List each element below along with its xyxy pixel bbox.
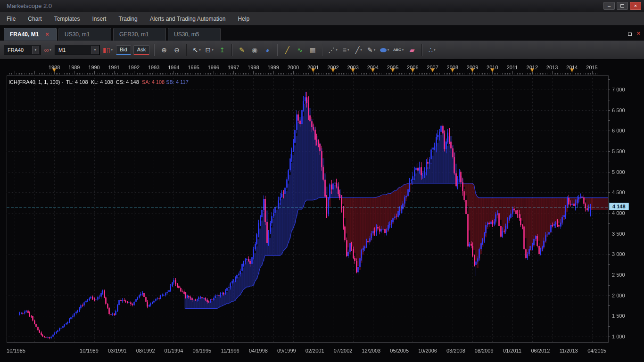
top-axis-year-label: 1998 [245,65,261,70]
link-charts-tool[interactable]: ∴▾ [426,44,438,56]
ruler-tool[interactable]: ╱ [281,44,293,56]
top-axis-year-label: 2005 [385,65,401,70]
bottom-axis-date-label: 09/1999 [272,348,302,354]
tab-close-icon[interactable]: × [45,32,49,37]
bottom-axis-date-label: 03/2008 [441,348,471,354]
chevron-down-icon: ▾ [434,48,436,52]
menu-help[interactable]: Help [238,16,249,22]
draw-tool[interactable]: ✎▾ [366,44,377,56]
bottom-axis-date-label: 03/1991 [102,348,132,354]
bottom-axis-date-label: 02/2001 [300,348,330,354]
chevron-down-icon[interactable]: ▼ [91,46,99,54]
eraser-tool-icon: ▰ [410,47,415,53]
menu-file[interactable]: File [7,16,16,22]
chart-type-tool[interactable]: ▮▯▾ [101,44,114,56]
symbol-select[interactable]: FRA40▼ [4,45,41,55]
tab-us30-m5[interactable]: US30, m5 [168,28,221,41]
link-symbol-tool[interactable]: ∞▾ [42,44,53,56]
bottom-axis-date-label: 08/1992 [131,348,161,354]
pointer-tool[interactable]: ↖▾ [191,44,202,56]
top-axis-year-label: 1988 [46,65,62,70]
top-axis-year-label: 1996 [206,65,222,70]
tab-us30-m1[interactable]: US30, m1 [58,28,111,41]
text-tool[interactable]: ABC▾ [392,44,405,56]
bottom-axis-date-label: 01/1994 [158,348,189,354]
top-axis-year-label: 2006 [405,65,421,70]
price-axis-label: 7 000 [612,87,625,92]
eraser-tool[interactable]: ▰ [406,44,418,56]
tab-ger30-m1[interactable]: GER30, m1 [113,28,166,41]
timeframe-select[interactable]: M1▼ [55,45,100,55]
chevron-down-icon: ▾ [374,48,376,52]
bottom-axis-date-label: 10/2006 [413,348,443,354]
menu-bar: File Chart Templates Insert Trading Aler… [0,12,644,25]
hide-drawings-tool[interactable]: ◉ [249,44,260,56]
tab-label: US30, m5 [174,31,199,38]
bid-button[interactable]: Bid [116,45,131,55]
zoom-out-tool-icon: ⊖ [174,47,180,53]
top-axis-year-label: 1992 [126,65,142,70]
price-axis-label: 6 500 [612,107,625,113]
angle-lines-tool[interactable]: ⋰▾ [327,44,339,56]
bottom-axis-date-label: 08/2009 [469,348,499,354]
world-clock-tool[interactable]: ◕ [262,44,273,56]
shapes-tool-icon [380,48,387,52]
top-axis-year-label: 2001 [305,65,321,70]
tab-fra40-m1[interactable]: FRA40, M1 × [4,28,57,41]
zoom-in-tool[interactable]: ⊕ [158,44,170,56]
top-axis-year-label: 2008 [445,65,461,70]
link-charts-tool-icon: ∴ [429,47,433,53]
ask-button[interactable]: Ask [133,45,149,55]
chevron-down-icon: ▾ [199,48,201,52]
chevron-down-icon: ▾ [111,48,113,52]
add-indicator-tool-icon: ∿ [297,47,303,53]
current-price-tag: 4 148 [609,203,629,210]
chart-type-tool-icon: ▮▯ [103,47,110,53]
chevron-down-icon[interactable]: ▼ [32,46,39,54]
add-indicator-tool[interactable]: ∿ [294,44,305,56]
menu-alerts-automation[interactable]: Alerts and Trading Automation [150,16,226,22]
restore-button[interactable] [617,2,628,10]
auto-shift-tool[interactable]: ↥ [216,44,228,56]
ichimoku-senkou-a-value: SA: 4 108 [142,79,165,85]
menu-chart[interactable]: Chart [28,16,41,22]
close-button[interactable]: × [630,2,641,10]
top-axis-year-label: 2015 [584,65,600,70]
top-axis-year-label: 2012 [524,65,540,70]
shapes-tool[interactable]: ▾ [379,44,391,56]
price-axis-label: 5 000 [612,169,625,175]
menu-insert[interactable]: Insert [92,16,106,22]
restore-pane-icon[interactable] [628,33,632,36]
note-tool[interactable]: ✎ [236,44,248,56]
trend-line-tool[interactable]: ╱▾ [353,44,364,56]
price-axis-label: 2 500 [612,272,625,278]
world-clock-tool-icon: ◕ [265,47,269,53]
price-axis-label: 5 500 [612,148,625,154]
chevron-down-icon: ▾ [388,48,389,52]
top-axis-year-label: 2010 [484,65,500,70]
menu-templates[interactable]: Templates [54,16,80,22]
trend-line-tool-icon: ╱ [355,47,359,53]
zoom-out-tool[interactable]: ⊖ [171,44,182,56]
horizontal-lines-tool-icon: ≡ [343,47,347,53]
minimize-button[interactable]: – [603,2,615,10]
bottom-axis-date-label: 11/2013 [553,348,584,354]
horizontal-lines-tool[interactable]: ≡▾ [340,44,352,56]
top-axis-year-label: 1994 [165,65,182,70]
price-chart-canvas[interactable] [0,59,644,362]
toolbar: FRA40▼∞▾M1▼▮▯▾BidAsk⊕⊖↖▾⊡▾↥✎◉◕╱∿▦⋰▾≡▾╱▾✎… [0,41,644,59]
restore-icon [620,4,624,8]
zoom-area-tool[interactable]: ⊡▾ [204,44,215,56]
chart-properties-tool[interactable]: ▦ [307,44,318,56]
price-axis-label: 1 500 [612,313,625,319]
top-axis-year-label: 1991 [106,65,122,70]
auto-shift-tool-icon: ↥ [219,47,225,53]
menu-trading[interactable]: Trading [118,16,137,22]
price-axis-label: 6 000 [612,128,625,133]
chevron-down-icon: ▾ [347,48,349,52]
close-pane-icon[interactable]: × [636,30,640,37]
top-axis-year-label: 2002 [325,65,341,70]
top-axis-year-label: 2011 [504,65,520,70]
bottom-axis-date-label: 04/2015 [582,348,612,354]
bottom-axis-date-label: 06/1995 [187,348,217,354]
